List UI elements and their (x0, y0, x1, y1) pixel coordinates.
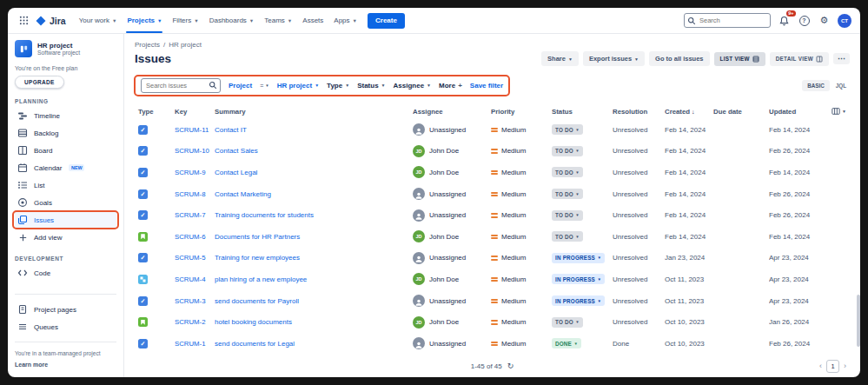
column-header-updated[interactable]: Updated (769, 108, 826, 116)
table-row[interactable]: SCRUM-7 Training documents for students … (135, 204, 850, 226)
nav-teams[interactable]: Teams▼ (259, 8, 297, 33)
sidebar-item-board[interactable]: Board (15, 142, 116, 159)
global-search-input[interactable] (684, 13, 771, 28)
status-dropdown[interactable]: IN PROGRESS▼ (552, 253, 605, 263)
nav-assets[interactable]: Assets (297, 8, 328, 33)
assignee-filter-dropdown[interactable]: Assignee▼ (394, 82, 432, 90)
issue-key-link[interactable]: SCRUM-8 (175, 190, 206, 198)
type-filter-dropdown[interactable]: Type▼ (327, 82, 349, 90)
issue-key-link[interactable]: SCRUM-10 (175, 147, 209, 155)
notifications-button[interactable]: 9+ (778, 14, 791, 28)
project-value-dropdown[interactable]: HR project▼ (277, 82, 319, 90)
page-number-button[interactable]: 1 (826, 360, 839, 373)
issue-summary-link[interactable]: Contact Sales (215, 147, 258, 155)
column-settings-button[interactable]: ▼ (832, 107, 850, 116)
status-dropdown[interactable]: TO DO▼ (552, 124, 583, 135)
share-button[interactable]: Share▼ (541, 51, 579, 66)
issue-key-link[interactable]: SCRUM-5 (175, 254, 206, 262)
sidebar-item-project-pages[interactable]: Project pages (15, 301, 116, 318)
project-operator-dropdown[interactable]: =▼ (260, 83, 269, 89)
sidebar-item-calendar[interactable]: Calendar NEW (15, 159, 116, 176)
breadcrumb-project-link[interactable]: HR project (169, 41, 202, 49)
status-dropdown[interactable]: TO DO▼ (552, 317, 583, 328)
issue-summary-link[interactable]: Contact Marketing (215, 190, 271, 198)
more-options-button[interactable]: ⋯ (833, 53, 850, 64)
status-dropdown[interactable]: DONE▼ (552, 338, 581, 348)
detail-view-toggle[interactable]: DETAIL VIEW (770, 52, 829, 66)
column-header-assignee[interactable]: Assignee (413, 108, 491, 116)
issue-summary-link[interactable]: hotel booking documents (215, 318, 292, 326)
column-header-due-date[interactable]: Due date (713, 108, 769, 116)
issue-key-link[interactable]: SCRUM-1 (175, 340, 206, 348)
issue-summary-link[interactable]: Training for new employees (215, 254, 300, 262)
issue-summary-link[interactable]: Contact Legal (215, 169, 257, 176)
table-row[interactable]: SCRUM-8 Contact Marketing Unassigned Med… (135, 183, 850, 205)
table-row[interactable]: SCRUM-2 hotel booking documents JD John … (135, 311, 850, 333)
go-to-all-issues-button[interactable]: Go to all issues (649, 51, 709, 66)
table-row[interactable]: SCRUM-9 Contact Legal JD John Doe Medium… (135, 162, 850, 183)
issue-summary-link[interactable]: Contact IT (215, 126, 247, 134)
table-row[interactable]: SCRUM-3 send documents for Payroll Unass… (135, 290, 850, 312)
issue-key-link[interactable]: SCRUM-7 (175, 211, 206, 219)
more-filters-button[interactable]: More+ (439, 82, 462, 90)
nav-projects[interactable]: Projects▼ (122, 8, 167, 33)
column-header-type[interactable]: Type (135, 108, 175, 116)
issue-key-link[interactable]: SCRUM-9 (175, 169, 206, 176)
status-dropdown[interactable]: IN PROGRESS▼ (552, 295, 605, 306)
table-row[interactable]: SCRUM-5 Training for new employees Unass… (135, 248, 850, 269)
status-dropdown[interactable]: TO DO▼ (552, 210, 583, 221)
issue-key-link[interactable]: SCRUM-3 (175, 297, 206, 305)
next-page-button[interactable]: › (844, 362, 846, 370)
column-header-priority[interactable]: Priority (491, 108, 552, 116)
table-row[interactable]: SCRUM-6 Documents for HR Partners JD Joh… (135, 226, 850, 248)
nav-filters[interactable]: Filters▼ (167, 8, 203, 33)
status-dropdown[interactable]: TO DO▼ (552, 231, 583, 242)
column-header-key[interactable]: Key (175, 108, 215, 116)
add-view-button[interactable]: Add view (15, 229, 116, 246)
column-header-summary[interactable]: Summary (215, 108, 413, 116)
nav-apps[interactable]: Apps▼ (328, 8, 362, 33)
sidebar-item-timeline[interactable]: Timeline (15, 107, 116, 124)
sidebar-item-backlog[interactable]: Backlog (15, 124, 116, 142)
app-switcher-icon[interactable] (15, 8, 33, 33)
upgrade-button[interactable]: UPGRADE (15, 76, 64, 89)
status-dropdown[interactable]: TO DO▼ (552, 167, 583, 177)
user-avatar[interactable]: CT (838, 14, 851, 28)
sidebar-item-queues[interactable]: Queues (15, 318, 116, 335)
export-issues-button[interactable]: Export issues▼ (583, 51, 645, 66)
nav-your-work[interactable]: Your work▼ (74, 8, 123, 33)
sidebar-item-code[interactable]: Code (15, 264, 116, 282)
settings-button[interactable]: ⚙ (818, 14, 831, 28)
issue-summary-link[interactable]: send documents for Payroll (215, 297, 299, 305)
issue-summary-link[interactable]: Training documents for students (215, 211, 314, 219)
project-filter-label[interactable]: Project (229, 82, 252, 90)
status-filter-dropdown[interactable]: Status▼ (357, 82, 385, 90)
save-filter-button[interactable]: Save filter (470, 82, 503, 90)
list-view-toggle[interactable]: LIST VIEW (714, 52, 765, 66)
create-button[interactable]: Create (368, 13, 405, 29)
nav-dashboards[interactable]: Dashboards▼ (204, 8, 260, 33)
issue-key-link[interactable]: SCRUM-4 (175, 275, 206, 283)
project-header[interactable]: HR project Software project (15, 40, 116, 57)
sidebar-item-issues[interactable]: Issues (15, 211, 116, 229)
vertical-scrollbar[interactable] (857, 295, 860, 347)
table-row[interactable]: SCRUM-4 plan hiring of a new employee JD… (135, 269, 850, 290)
issue-summary-link[interactable]: send documents for Legal (215, 340, 295, 348)
table-row[interactable]: SCRUM-11 Contact IT Unassigned Medium TO… (135, 119, 850, 141)
learn-more-link[interactable]: Learn more (15, 362, 116, 368)
status-dropdown[interactable]: TO DO▼ (552, 146, 583, 156)
status-dropdown[interactable]: IN PROGRESS▼ (552, 274, 605, 284)
jql-mode-button[interactable]: JQL (832, 80, 850, 91)
issue-key-link[interactable]: SCRUM-11 (175, 126, 209, 134)
column-header-created[interactable]: Created↓ (665, 108, 713, 116)
issue-summary-link[interactable]: Documents for HR Partners (215, 233, 300, 241)
issue-key-link[interactable]: SCRUM-2 (175, 318, 206, 326)
refresh-icon[interactable]: ↻ (507, 362, 514, 370)
table-row[interactable]: SCRUM-1 send documents for Legal Unassig… (135, 333, 850, 355)
status-dropdown[interactable]: TO DO▼ (552, 189, 583, 199)
issue-summary-link[interactable]: plan hiring of a new employee (215, 275, 307, 283)
sidebar-item-list[interactable]: List (15, 176, 116, 194)
column-header-status[interactable]: Status (552, 108, 613, 116)
breadcrumb-projects-link[interactable]: Projects (135, 41, 160, 49)
basic-mode-button[interactable]: BASIC (802, 80, 830, 91)
